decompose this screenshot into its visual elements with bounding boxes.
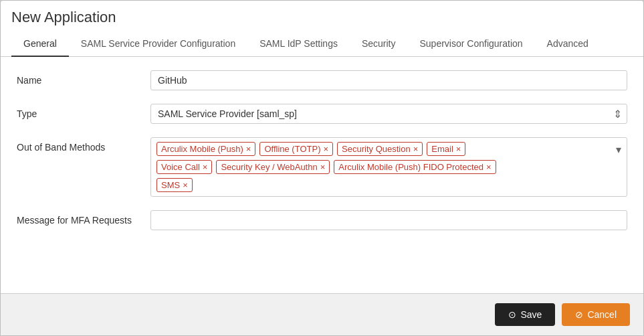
tag-voice-call-label: Voice Call <box>161 162 200 172</box>
tag-arculix-push-label: Arculix Mobile (Push) <box>161 144 243 154</box>
page-title: New Application <box>11 9 633 26</box>
tab-supervisor[interactable]: Supervisor Configuration <box>408 31 535 57</box>
tag-email-label: Email <box>431 144 453 154</box>
tag-arculix-fido-label: Arculix Mobile (Push) FIDO Protected <box>338 162 484 172</box>
save-button[interactable]: ⊙ Save <box>495 303 555 326</box>
type-label: Type <box>17 104 150 119</box>
tag-security-key-remove[interactable]: × <box>320 163 326 171</box>
tag-offline-totp-remove[interactable]: × <box>323 145 328 153</box>
tag-security-question: Security Question × <box>337 142 423 156</box>
tag-security-key-label: Security Key / WebAuthn <box>221 162 317 172</box>
save-icon: ⊙ <box>508 309 516 320</box>
tag-offline-totp: Offline (TOTP) × <box>259 142 333 156</box>
cancel-button[interactable]: ⊘ Cancel <box>562 303 630 326</box>
tag-voice-call: Voice Call × <box>156 160 212 174</box>
tag-security-question-remove[interactable]: × <box>413 145 419 153</box>
oob-group: Out of Band Methods Arculix Mobile (Push… <box>17 137 627 197</box>
tag-security-key: Security Key / WebAuthn × <box>216 160 330 174</box>
save-label: Save <box>520 309 542 320</box>
mfa-input[interactable] <box>150 210 627 230</box>
oob-dropdown-arrow-icon[interactable]: ▾ <box>616 143 621 156</box>
tab-general[interactable]: General <box>11 31 69 57</box>
name-label: Name <box>17 70 150 86</box>
mfa-label: Message for MFA Requests <box>17 210 150 226</box>
tab-security[interactable]: Security <box>350 31 408 57</box>
oob-tags-row: Arculix Mobile (Push) × Offline (TOTP) ×… <box>156 142 621 156</box>
tag-sms: SMS × <box>156 178 193 192</box>
title-bar: New Application <box>1 1 643 31</box>
oob-tags-row-3: SMS × <box>156 178 621 192</box>
footer: ⊙ Save ⊘ Cancel <box>1 293 643 335</box>
mfa-input-wrap <box>150 210 627 230</box>
tag-sms-label: SMS <box>161 180 180 190</box>
tag-arculix-fido: Arculix Mobile (Push) FIDO Protected × <box>334 160 496 174</box>
tab-saml-idp[interactable]: SAML IdP Settings <box>247 31 350 57</box>
tag-email-remove[interactable]: × <box>456 145 461 153</box>
oob-tags-container[interactable]: Arculix Mobile (Push) × Offline (TOTP) ×… <box>150 137 627 197</box>
tag-arculix-push-remove[interactable]: × <box>246 145 251 153</box>
form-content: Name Type SAML Service Provider [saml_sp… <box>1 57 643 293</box>
tag-security-question-label: Security Question <box>342 144 411 154</box>
tag-email: Email × <box>427 142 465 156</box>
name-input-wrap <box>150 70 627 90</box>
type-select-wrap: SAML Service Provider [saml_sp] ⇕ <box>150 104 627 124</box>
tag-sms-remove[interactable]: × <box>183 181 188 189</box>
tab-advanced[interactable]: Advanced <box>535 31 601 57</box>
tag-voice-call-remove[interactable]: × <box>203 163 208 171</box>
name-input[interactable] <box>150 70 627 90</box>
type-select[interactable]: SAML Service Provider [saml_sp] <box>150 104 627 124</box>
tag-offline-totp-label: Offline (TOTP) <box>264 144 320 154</box>
tab-saml-sp[interactable]: SAML Service Provider Configuration <box>69 31 247 57</box>
name-group: Name <box>17 70 627 90</box>
cancel-icon: ⊘ <box>575 309 583 320</box>
oob-label: Out of Band Methods <box>17 137 150 153</box>
mfa-group: Message for MFA Requests <box>17 210 627 230</box>
tag-arculix-push: Arculix Mobile (Push) × <box>156 142 255 156</box>
oob-tags-row-2: Voice Call × Security Key / WebAuthn × A… <box>156 160 621 174</box>
main-window: New Application General SAML Service Pro… <box>0 0 644 336</box>
type-group: Type SAML Service Provider [saml_sp] ⇕ <box>17 104 627 124</box>
tag-arculix-fido-remove[interactable]: × <box>486 163 492 171</box>
tab-bar: General SAML Service Provider Configurat… <box>1 31 643 57</box>
cancel-label: Cancel <box>587 309 617 320</box>
oob-tags-wrap: Arculix Mobile (Push) × Offline (TOTP) ×… <box>150 137 627 197</box>
